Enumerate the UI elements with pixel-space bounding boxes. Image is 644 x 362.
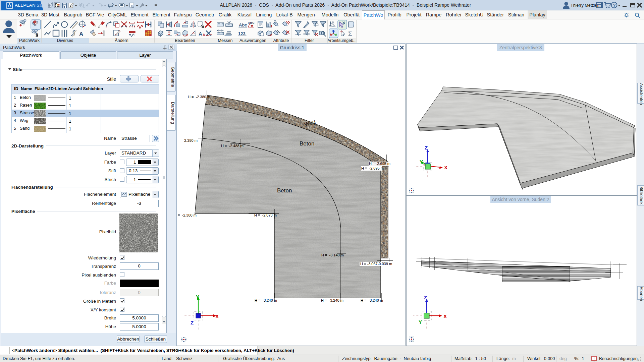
svg-text:Abc: Abc — [239, 22, 247, 27]
svg-text:Beton: Beton — [300, 140, 314, 147]
svg-text:Y: Y — [420, 159, 423, 165]
svg-text:A: A — [203, 33, 205, 37]
svg-text:H = -3.067-0.039 m: H = -3.067-0.039 m — [360, 262, 392, 266]
svg-text:1: 1 — [69, 111, 71, 116]
svg-text:123: 123 — [238, 31, 246, 36]
svg-text:H = -2.380 m: H = -2.380 m — [188, 95, 210, 99]
svg-text:Beton: Beton — [277, 187, 292, 194]
svg-text:X: X — [444, 165, 447, 170]
svg-text:= -2.380 m: = -2.380 m — [178, 213, 197, 217]
svg-text:Y: Y — [196, 294, 199, 300]
svg-text:1: 1 — [69, 126, 71, 131]
svg-text:X: X — [443, 313, 447, 319]
svg-text:1: 1 — [69, 96, 71, 101]
svg-text:H = -3.240 m: H = -3.240 m — [255, 298, 277, 302]
svg-text:Thierry Metzler: Thierry Metzler — [571, 3, 598, 8]
svg-text:Z: Z — [191, 320, 194, 325]
svg-text:H = -3.240 m: H = -3.240 m — [361, 298, 383, 302]
svg-text:Σ: Σ — [348, 30, 352, 37]
svg-text:1: 1 — [69, 103, 71, 108]
svg-text:§: § — [36, 32, 38, 37]
svg-text:H = -3.140 m: H = -3.140 m — [321, 253, 344, 257]
svg-text:H = -3.240 m: H = -3.240 m — [321, 298, 343, 302]
svg-text:X: X — [215, 313, 219, 319]
svg-text:Z: Z — [424, 295, 427, 300]
svg-text:H = -2.695 m: H = -2.695 m — [369, 162, 390, 166]
svg-text:H = -2.695 m: H = -2.695 m — [361, 166, 384, 170]
svg-text:= -2.380 m: = -2.380 m — [179, 138, 198, 142]
svg-text:A: A — [199, 31, 202, 37]
svg-text:ABC: ABC — [248, 21, 255, 24]
svg-text:?: ? — [613, 3, 616, 8]
svg-text:H = -2.488 m: H = -2.488 m — [221, 144, 244, 148]
svg-text:H = -2.873 m: H = -2.873 m — [254, 213, 277, 217]
svg-text:A: A — [79, 31, 83, 37]
svg-text:Z: Z — [425, 145, 428, 150]
svg-text:Y: Y — [419, 319, 422, 325]
svg-text:1: 1 — [69, 119, 71, 124]
